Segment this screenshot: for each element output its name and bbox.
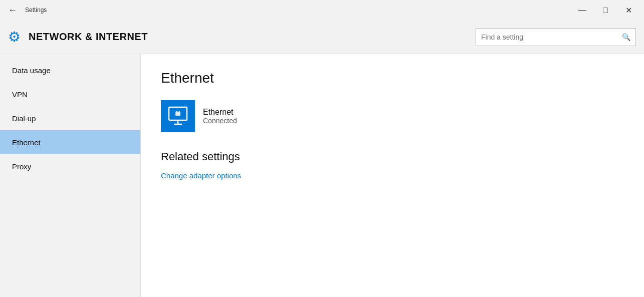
ethernet-monitor-icon (167, 105, 189, 127)
sidebar-item-label: VPN (12, 90, 28, 99)
maximize-button[interactable]: □ (594, 2, 617, 18)
titlebar: ← Settings — □ ✕ (0, 0, 644, 20)
ethernet-connection-status: Connected (203, 117, 237, 125)
sidebar-item-label: Ethernet (12, 138, 41, 147)
related-settings-section: Related settings Change adapter options (161, 150, 624, 180)
sidebar-item-ethernet[interactable]: Ethernet (0, 130, 140, 154)
page-title: NETWORK & INTERNET (29, 31, 148, 43)
content-title: Ethernet (161, 70, 624, 86)
sidebar-item-dial-up[interactable]: Dial-up (0, 106, 140, 130)
ethernet-info: Ethernet Connected (203, 108, 237, 125)
sidebar-item-proxy[interactable]: Proxy (0, 154, 140, 178)
sidebar-item-vpn[interactable]: VPN (0, 82, 140, 106)
search-box[interactable]: 🔍 (476, 28, 636, 46)
minimize-button[interactable]: — (571, 2, 594, 18)
sidebar-item-data-usage[interactable]: Data usage (0, 58, 140, 82)
content-area: Ethernet Ethernet Connected (141, 54, 644, 297)
close-button[interactable]: ✕ (617, 2, 640, 18)
ethernet-icon-box (161, 100, 195, 132)
sidebar: Data usage VPN Dial-up Ethernet Proxy (0, 54, 140, 297)
titlebar-title: Settings (25, 7, 47, 14)
ethernet-connection-name: Ethernet (203, 108, 237, 117)
sidebar-item-label: Proxy (12, 162, 31, 171)
related-settings-heading: Related settings (161, 150, 624, 163)
change-adapter-options-link[interactable]: Change adapter options (161, 171, 241, 180)
main-layout: Data usage VPN Dial-up Ethernet Proxy Et… (0, 54, 644, 297)
titlebar-controls: — □ ✕ (571, 2, 640, 18)
header-left: ⚙ NETWORK & INTERNET (8, 29, 148, 45)
sidebar-item-label: Dial-up (12, 114, 36, 123)
search-input[interactable] (481, 33, 622, 41)
header: ⚙ NETWORK & INTERNET 🔍 (0, 20, 644, 54)
search-icon: 🔍 (622, 33, 630, 41)
ethernet-card[interactable]: Ethernet Connected (161, 100, 624, 132)
svg-rect-3 (175, 112, 180, 116)
back-button[interactable]: ← (6, 3, 19, 18)
network-settings-icon: ⚙ (8, 29, 21, 45)
sidebar-item-label: Data usage (12, 66, 51, 75)
titlebar-left: ← Settings (6, 3, 47, 18)
